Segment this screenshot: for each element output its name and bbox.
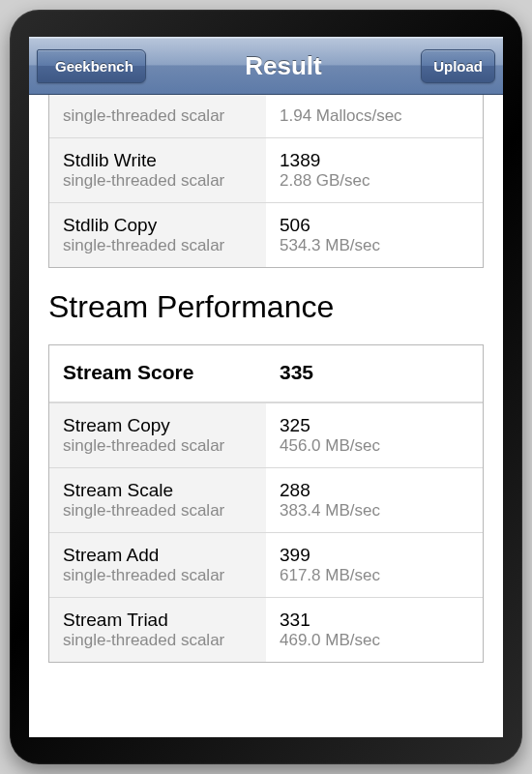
- stream-results-table: Stream Score 335 Stream Copy single-thre…: [48, 344, 484, 663]
- test-name: Stream Triad: [63, 610, 252, 631]
- value-subtitle: 534.3 MB/sec: [280, 236, 469, 255]
- score-value: 288: [280, 480, 469, 501]
- back-button[interactable]: Geekbench: [37, 49, 146, 83]
- top-results-table: single-threaded scalar 1.94 Mallocs/sec …: [48, 95, 484, 268]
- test-name: Stream Scale: [63, 480, 252, 501]
- table-row: Stream Copy single-threaded scalar 325 4…: [49, 402, 483, 467]
- score-header-row: Stream Score 335: [49, 345, 483, 402]
- table-row: Stream Add single-threaded scalar 399 61…: [49, 532, 483, 597]
- table-row: Stream Triad single-threaded scalar 331 …: [49, 597, 483, 662]
- test-name: Stream Add: [63, 545, 252, 566]
- table-row: Stdlib Copy single-threaded scalar 506 5…: [49, 202, 483, 267]
- screen: Geekbench Result Upload single-threaded …: [29, 37, 503, 737]
- test-subtitle: single-threaded scalar: [63, 171, 252, 191]
- score-value: 1389: [280, 150, 469, 171]
- test-subtitle: single-threaded scalar: [63, 106, 252, 126]
- score-value: 325: [280, 415, 469, 436]
- test-subtitle: single-threaded scalar: [63, 566, 252, 585]
- value-subtitle: 469.0 MB/sec: [280, 631, 469, 650]
- score-value: 399: [280, 545, 469, 566]
- test-subtitle: single-threaded scalar: [63, 501, 252, 521]
- score-value: 506: [280, 215, 469, 236]
- upload-button[interactable]: Upload: [421, 49, 495, 83]
- value-subtitle: 383.4 MB/sec: [280, 501, 469, 521]
- page-title: Result: [146, 51, 421, 81]
- content-area[interactable]: single-threaded scalar 1.94 Mallocs/sec …: [29, 95, 503, 737]
- test-subtitle: single-threaded scalar: [63, 436, 252, 456]
- test-subtitle: single-threaded scalar: [63, 631, 252, 650]
- value-subtitle: 617.8 MB/sec: [280, 566, 469, 585]
- back-button-label: Geekbench: [55, 58, 133, 74]
- value-subtitle: 2.88 GB/sec: [280, 171, 469, 191]
- section-heading: Stream Performance: [48, 289, 484, 325]
- score-total: 335: [266, 361, 483, 384]
- table-row: Stdlib Write single-threaded scalar 1389…: [49, 137, 483, 202]
- test-subtitle: single-threaded scalar: [63, 236, 252, 255]
- device-frame: Geekbench Result Upload single-threaded …: [10, 10, 522, 764]
- test-name: Stdlib Copy: [63, 215, 252, 236]
- value-subtitle: 1.94 Mallocs/sec: [280, 106, 469, 126]
- score-value: 331: [280, 610, 469, 631]
- score-label: Stream Score: [49, 361, 266, 384]
- navbar: Geekbench Result Upload: [29, 37, 503, 95]
- value-subtitle: 456.0 MB/sec: [280, 436, 469, 456]
- table-row: single-threaded scalar 1.94 Mallocs/sec: [49, 95, 483, 137]
- upload-button-label: Upload: [433, 58, 483, 74]
- table-row: Stream Scale single-threaded scalar 288 …: [49, 467, 483, 532]
- test-name: Stdlib Write: [63, 150, 252, 171]
- test-name: Stream Copy: [63, 415, 252, 436]
